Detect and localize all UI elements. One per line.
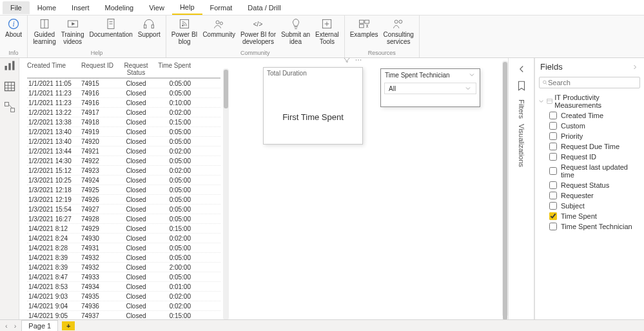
table-row[interactable]: 1/2/2021 15:1274923Closed0:02:00 (27, 166, 220, 176)
scrollbar-thumb[interactable] (503, 62, 507, 319)
table-row[interactable]: 1/1/2021 11:2374916Closed0:05:00 (27, 88, 220, 98)
training-videos-button[interactable]: Trainingvideos (59, 16, 87, 49)
col-header[interactable]: Time Spent (156, 62, 195, 76)
more-options-icon[interactable] (355, 58, 362, 64)
field-checkbox[interactable] (549, 212, 557, 220)
next-page-icon[interactable]: › (13, 322, 18, 330)
community-button[interactable]: Community (200, 16, 238, 49)
examples-button[interactable]: Examples (347, 16, 381, 49)
guided-learning-button[interactable]: Guidedlearning (30, 16, 59, 49)
consulting-button[interactable]: Consultingservices (381, 16, 416, 49)
col-header[interactable]: Request Status (116, 62, 156, 76)
submit-idea-button[interactable]: Submit anidea (278, 16, 313, 49)
canvas-scrollbar[interactable] (502, 61, 508, 317)
field-checkbox[interactable] (549, 167, 557, 175)
table-row[interactable]: 1/4/2021 8:3974932Closed2:00:00 (27, 263, 220, 272)
field-subject[interactable]: Subject (535, 201, 644, 211)
table-row[interactable]: 1/1/2021 11:0574915Closed0:05:00 (27, 79, 220, 88)
field-time-spent[interactable]: Time Spent (535, 211, 644, 221)
table-row[interactable]: 1/3/2021 16:2774928Closed0:05:00 (27, 214, 220, 224)
powerbi-blog-button[interactable]: Power BIblog (169, 16, 200, 49)
field-priority[interactable]: Priority (535, 131, 644, 141)
table-row[interactable]: 1/4/2021 8:2874931Closed0:05:00 (27, 243, 220, 253)
code-icon: </> (251, 17, 264, 30)
field-request-last-updated-time[interactable]: Request last updated time (535, 162, 644, 180)
card-visual[interactable]: Total Duration First Time Spent (263, 67, 363, 145)
documentation-button[interactable]: Documentation (87, 16, 135, 49)
report-canvas[interactable]: Created TimeRequest IDRequest StatusTime… (19, 58, 509, 319)
menu-data-drill[interactable]: Data / Drill (240, 1, 288, 14)
field-checkbox[interactable] (549, 122, 557, 130)
table-row[interactable]: 1/4/2021 8:3974932Closed0:05:00 (27, 253, 220, 263)
model-view-icon[interactable] (3, 101, 16, 114)
field-checkbox[interactable] (549, 223, 557, 230)
table-scrollbar[interactable] (223, 68, 229, 319)
filters-pane-toggle[interactable]: Filters (518, 99, 525, 119)
field-request-id[interactable]: Request ID (535, 152, 644, 162)
fields-table-group[interactable]: IT Productivity Measurements (535, 92, 644, 110)
table-row[interactable]: 1/2/2021 13:4074920Closed0:05:00 (27, 137, 220, 146)
powerbi-dev-button[interactable]: </>Power BI fordevelopers (238, 16, 278, 49)
field-request-status[interactable]: Request Status (535, 180, 644, 190)
slicer-visual[interactable]: Time Spent Technician All (380, 68, 480, 107)
table-row[interactable]: 1/3/2021 12:1874925Closed0:05:00 (27, 185, 220, 195)
table-row[interactable]: 1/2/2021 13:4074919Closed0:05:00 (27, 127, 220, 137)
table-row[interactable]: 1/2/2021 13:4474921Closed0:02:00 (27, 146, 220, 156)
table-row[interactable]: 1/1/2021 11:2374916Closed0:10:00 (27, 98, 220, 108)
table-row[interactable]: 1/3/2021 10:2574924Closed0:05:00 (27, 176, 220, 185)
table-row[interactable]: 1/2/2021 13:3874918Closed0:15:00 (27, 117, 220, 127)
col-header[interactable]: Request ID (81, 62, 116, 76)
table-row[interactable]: 1/4/2021 9:0574937Closed0:15:00 (27, 311, 220, 319)
chevron-right-icon[interactable] (631, 63, 639, 71)
prev-page-icon[interactable]: ‹ (4, 322, 9, 330)
page-tab[interactable]: Page 1 (21, 320, 58, 331)
field-custom[interactable]: Custom (535, 121, 644, 131)
field-checkbox[interactable] (549, 192, 557, 199)
about-button[interactable]: iAbout (3, 16, 24, 49)
bookmark-icon[interactable] (516, 80, 527, 92)
data-view-icon[interactable] (3, 80, 16, 93)
field-checkbox[interactable] (549, 112, 557, 119)
table-row[interactable]: 1/4/2021 8:1274929Closed0:15:00 (27, 224, 220, 234)
support-button[interactable]: Support (135, 16, 163, 49)
field-request-due-time[interactable]: Request Due Time (535, 141, 644, 152)
add-page-button[interactable]: + (62, 321, 75, 330)
field-time-spent-technician[interactable]: Time Spent Technician (535, 221, 644, 232)
search-input[interactable] (548, 79, 637, 86)
scrollbar-thumb[interactable] (224, 70, 228, 108)
field-checkbox[interactable] (549, 181, 557, 189)
field-checkbox[interactable] (549, 153, 557, 161)
table-row[interactable]: 1/3/2021 15:5474927Closed0:05:00 (27, 205, 220, 214)
filter-icon[interactable] (343, 58, 351, 64)
slicer-dropdown[interactable]: All (384, 83, 476, 94)
chevron-down-icon[interactable] (464, 85, 472, 92)
visualizations-pane-toggle[interactable]: Visualizations (518, 124, 525, 167)
menu-help[interactable]: Help (172, 1, 202, 15)
fields-search[interactable] (539, 77, 640, 88)
table-row[interactable]: 1/4/2021 8:2474930Closed0:02:00 (27, 234, 220, 243)
table-row[interactable]: 1/4/2021 9:0374935Closed0:02:00 (27, 292, 220, 301)
menu-home[interactable]: Home (30, 1, 64, 14)
table-row[interactable]: 1/4/2021 8:4774933Closed0:05:00 (27, 272, 220, 282)
table-row[interactable]: 1/2/2021 14:3074922Closed0:05:00 (27, 156, 220, 166)
menu-modeling[interactable]: Modeling (97, 1, 142, 14)
field-checkbox[interactable] (549, 202, 557, 210)
table-row[interactable]: 1/4/2021 9:0474936Closed0:02:00 (27, 301, 220, 311)
menu-view[interactable]: View (141, 1, 172, 14)
chevron-down-icon[interactable] (468, 71, 476, 79)
field-created-time[interactable]: Created Time (535, 110, 644, 121)
menu-insert[interactable]: Insert (64, 1, 97, 14)
field-checkbox[interactable] (549, 143, 557, 150)
field-requester[interactable]: Requester (535, 190, 644, 201)
table-row[interactable]: 1/4/2021 8:5374934Closed0:01:00 (27, 282, 220, 292)
menu-file[interactable]: File (3, 1, 30, 14)
external-tools-button[interactable]: ExternalTools (313, 16, 342, 49)
menu-format[interactable]: Format (202, 1, 240, 14)
col-header[interactable]: Created Time (27, 62, 81, 76)
table-row[interactable]: 1/2/2021 13:2274917Closed0:02:00 (27, 108, 220, 117)
field-checkbox[interactable] (549, 132, 557, 140)
expand-filters-icon[interactable] (516, 63, 527, 75)
table-row[interactable]: 1/3/2021 12:1974926Closed0:05:00 (27, 195, 220, 205)
report-view-icon[interactable] (3, 59, 16, 72)
table-visual[interactable]: Created TimeRequest IDRequest StatusTime… (27, 61, 220, 319)
